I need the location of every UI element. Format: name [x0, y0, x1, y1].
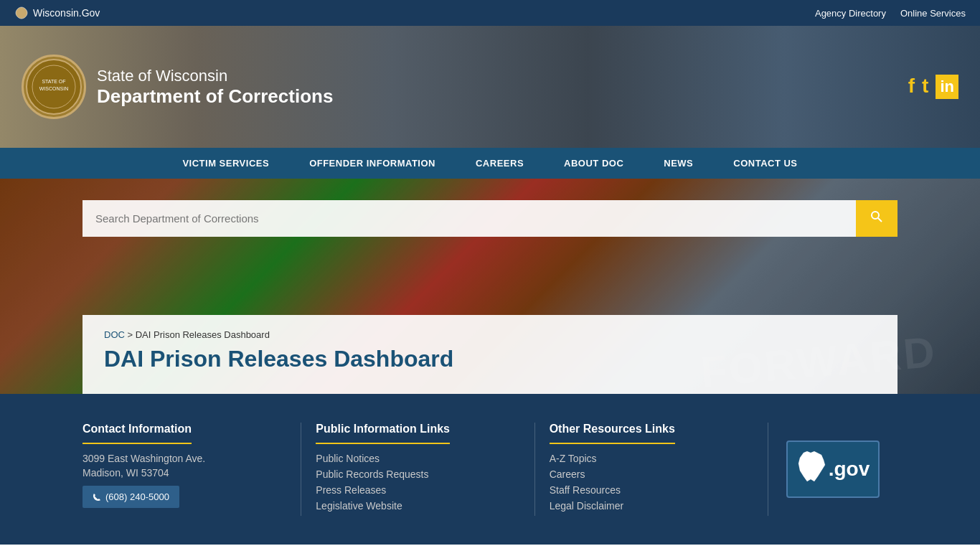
svg-point-4	[872, 212, 879, 219]
facebook-icon[interactable]: f	[908, 75, 915, 99]
footer-staff-resources[interactable]: Staff Resources	[550, 484, 739, 496]
search-icon	[870, 210, 883, 223]
nav-careers[interactable]: CAREERS	[456, 148, 544, 179]
header-content: STATE OF WISCONSIN State of Wisconsin De…	[0, 26, 980, 148]
state-name: State of Wisconsin	[97, 67, 333, 85]
wisconsin-gov-logo[interactable]: Wisconsin.Gov	[14, 6, 100, 20]
svg-line-5	[878, 218, 882, 222]
footer-public-notices[interactable]: Public Notices	[316, 453, 505, 464]
main-nav: VICTIM SERVICES OFFENDER INFORMATION CAR…	[0, 148, 980, 179]
page-title: DAI Prison Releases Dashboard	[104, 346, 876, 372]
nav-news[interactable]: NEWS	[644, 148, 713, 179]
department-name: Department of Corrections	[97, 85, 333, 108]
wisconsin-shape-icon	[796, 449, 829, 485]
header: STATE OF WISCONSIN State of Wisconsin De…	[0, 26, 980, 148]
footer-contact-heading: Contact Information	[83, 423, 192, 444]
breadcrumb-root[interactable]: DOC	[104, 329, 125, 340]
nav-contact-us[interactable]: CONTACT US	[713, 148, 817, 179]
svg-text:STATE OF: STATE OF	[42, 79, 65, 84]
breadcrumb: DOC > DAI Prison Releases Dashboard	[104, 329, 876, 340]
footer-address-line2: Madison, WI 53704	[83, 467, 272, 479]
footer-press-releases[interactable]: Press Releases	[316, 484, 505, 496]
online-services-link[interactable]: Online Services	[900, 8, 966, 19]
footer-public-links-col: Public Information Links Public Notices …	[316, 423, 519, 516]
phone-number: (608) 240-5000	[105, 491, 169, 502]
footer-divider-3	[768, 423, 768, 516]
top-bar: Wisconsin.Gov Agency Directory Online Se…	[0, 0, 980, 26]
agency-directory-link[interactable]: Agency Directory	[815, 8, 886, 19]
breadcrumb-separator: >	[128, 329, 136, 340]
content-area: DOC > DAI Prison Releases Dashboard DAI …	[83, 315, 897, 394]
phone-button[interactable]: (608) 240-5000	[83, 486, 179, 508]
footer-az-topics[interactable]: A-Z Topics	[550, 453, 739, 464]
footer-contact-col: Contact Information 3099 East Washington…	[83, 423, 286, 516]
svg-text:WISCONSIN: WISCONSIN	[39, 86, 68, 91]
gov-text: .gov	[829, 458, 870, 481]
seal-svg: STATE OF WISCONSIN	[25, 58, 83, 116]
footer: Contact Information 3099 East Washington…	[0, 394, 980, 545]
footer-legal-disclaimer[interactable]: Legal Disclaimer	[550, 500, 739, 512]
footer-logo-col: .gov	[783, 423, 897, 516]
search-button[interactable]	[856, 200, 897, 237]
footer-legislative-website[interactable]: Legislative Website	[316, 500, 505, 512]
header-text: State of Wisconsin Department of Correct…	[97, 67, 333, 108]
footer-other-links-col: Other Resources Links A-Z Topics Careers…	[550, 423, 753, 516]
phone-icon	[93, 493, 101, 501]
wi-logo-icon	[14, 6, 29, 20]
nav-about-doc[interactable]: ABOUT DOC	[544, 148, 644, 179]
footer-address-line1: 3099 East Washington Ave.	[83, 453, 272, 464]
gov-logo[interactable]: .gov	[786, 441, 880, 498]
footer-careers[interactable]: Careers	[550, 468, 739, 480]
footer-public-records[interactable]: Public Records Requests	[316, 468, 505, 480]
footer-divider-2	[534, 423, 535, 516]
linkedin-icon[interactable]: in	[936, 75, 958, 99]
social-icons: f t in	[908, 75, 958, 99]
footer-other-links-heading: Other Resources Links	[550, 423, 675, 444]
twitter-icon[interactable]: t	[922, 75, 928, 99]
nav-offender-information[interactable]: OFFENDER INFORMATION	[289, 148, 456, 179]
top-bar-links: Agency Directory Online Services	[815, 8, 966, 19]
wi-state-shape	[796, 449, 829, 489]
nav-victim-services[interactable]: VICTIM SERVICES	[162, 148, 289, 179]
hero-section: FORWARD DOC > DAI Prison Releases Dashbo…	[0, 179, 980, 394]
department-seal: STATE OF WISCONSIN	[22, 55, 86, 119]
search-input[interactable]	[83, 200, 856, 237]
footer-divider-1	[301, 423, 301, 516]
search-bar	[83, 200, 897, 237]
breadcrumb-current: DAI Prison Releases Dashboard	[136, 329, 270, 340]
footer-public-links-heading: Public Information Links	[316, 423, 450, 444]
